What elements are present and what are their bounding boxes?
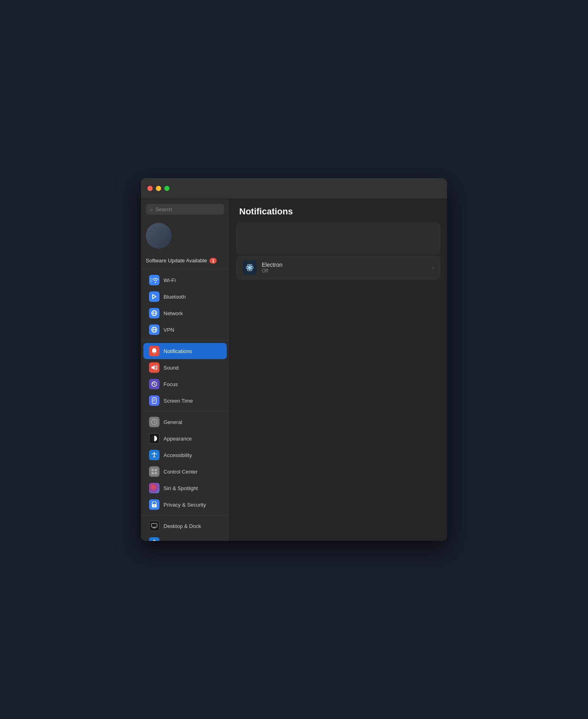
sidebar-item-notifications[interactable]: Notifications xyxy=(143,343,227,359)
electron-chevron-icon: › xyxy=(432,264,434,271)
sidebar-item-bluetooth[interactable]: Bluetooth xyxy=(143,289,227,305)
displays-label: Displays xyxy=(164,540,183,541)
sidebar-item-wifi[interactable]:  Wi-Fi xyxy=(143,272,227,288)
settings-window: ⌕ Search Software Update Available 1  xyxy=(141,178,447,541)
screentime-label: Screen Time xyxy=(164,398,193,404)
svg-rect-14 xyxy=(151,472,154,474)
focus-icon xyxy=(149,379,159,389)
search-container: ⌕ Search xyxy=(141,204,229,220)
window-body: ⌕ Search Software Update Available 1  xyxy=(141,199,447,541)
accessibility-label: Accessibility xyxy=(164,452,192,458)
software-update-text: Software Update Available xyxy=(146,258,207,264)
page-title: Notifications xyxy=(239,206,437,217)
svg-rect-13 xyxy=(155,469,157,471)
sidebar: ⌕ Search Software Update Available 1  xyxy=(141,199,230,541)
general-icon xyxy=(149,417,159,427)
svg-rect-12 xyxy=(151,469,154,471)
sidebar-item-desktop[interactable]: Desktop & Dock xyxy=(143,518,227,534)
privacy-label: Privacy & Security xyxy=(164,502,206,508)
controlcenter-label: Control Center xyxy=(164,469,198,475)
user-avatar xyxy=(146,223,172,249)
siri-label: Siri & Spotlight xyxy=(164,485,198,491)
search-placeholder: Search xyxy=(155,206,172,212)
general-label: General xyxy=(164,419,182,425)
notifications-header-section xyxy=(236,222,441,255)
svg-rect-15 xyxy=(155,472,157,474)
main-header: Notifications xyxy=(230,199,447,222)
sidebar-item-displays[interactable]: Displays xyxy=(143,534,227,541)
minimize-button[interactable] xyxy=(156,186,161,191)
desktop-label: Desktop & Dock xyxy=(164,523,201,529)
sidebar-item-network[interactable]: Network xyxy=(143,305,227,321)
electron-app-row[interactable]: Electron Off › xyxy=(236,256,441,280)
svg-point-19 xyxy=(152,540,156,541)
wifi-icon:  xyxy=(149,275,159,285)
network-icon xyxy=(149,308,159,318)
traffic-lights xyxy=(147,186,170,191)
software-update[interactable]: Software Update Available 1 xyxy=(141,256,229,267)
vpn-label: VPN xyxy=(164,327,174,333)
sidebar-item-controlcenter[interactable]: Control Center xyxy=(143,463,227,480)
network-label: Network xyxy=(164,310,183,316)
svg-point-11 xyxy=(154,452,155,453)
focus-label: Focus xyxy=(164,381,178,387)
content-area: Electron Off › xyxy=(230,222,447,541)
notifications-label: Notifications xyxy=(164,348,192,354)
sidebar-item-appearance[interactable]: Appearance xyxy=(143,430,227,447)
notifications-icon xyxy=(149,346,159,356)
electron-app-status: Off xyxy=(262,268,432,274)
controlcenter-icon xyxy=(149,466,159,477)
privacy-icon xyxy=(149,499,159,510)
divider-3 xyxy=(141,411,229,411)
appearance-icon xyxy=(149,433,159,444)
title-bar xyxy=(141,178,447,199)
electron-app-icon xyxy=(242,260,257,275)
bluetooth-label: Bluetooth xyxy=(164,294,186,300)
sidebar-item-sound[interactable]: Sound xyxy=(143,360,227,376)
sidebar-item-accessibility[interactable]: Accessibility xyxy=(143,447,227,463)
svg-point-17 xyxy=(154,505,155,507)
divider-1 xyxy=(141,269,229,270)
displays-icon xyxy=(149,537,159,541)
sidebar-item-privacy[interactable]: Privacy & Security xyxy=(143,497,227,513)
sidebar-item-vpn[interactable]: VPN xyxy=(143,322,227,338)
sound-label: Sound xyxy=(164,365,179,371)
divider-4 xyxy=(141,515,229,515)
sidebar-item-siri[interactable]: Siri & Spotlight xyxy=(143,480,227,496)
vpn-icon xyxy=(149,324,159,335)
sidebar-item-focus[interactable]: Focus xyxy=(143,376,227,392)
accessibility-icon xyxy=(149,450,159,460)
wifi-label: Wi-Fi xyxy=(164,277,176,283)
sound-icon xyxy=(149,362,159,373)
appearance-label: Appearance xyxy=(164,436,192,442)
sidebar-item-general[interactable]: General xyxy=(143,414,227,430)
siri-icon xyxy=(149,483,159,493)
user-section xyxy=(141,220,229,254)
svg-point-34 xyxy=(248,266,251,269)
bluetooth-icon xyxy=(149,291,159,302)
search-icon: ⌕ xyxy=(150,206,153,212)
svg-rect-18 xyxy=(151,524,157,527)
svg-rect-6 xyxy=(152,398,156,403)
software-update-badge: 1 xyxy=(209,258,217,264)
search-box[interactable]: ⌕ Search xyxy=(146,204,224,215)
close-button[interactable] xyxy=(147,186,153,191)
electron-app-info: Electron Off xyxy=(262,262,432,274)
desktop-icon xyxy=(149,521,159,531)
sidebar-item-screentime[interactable]: Screen Time xyxy=(143,393,227,409)
electron-app-name: Electron xyxy=(262,262,432,268)
screentime-icon xyxy=(149,395,159,406)
maximize-button[interactable] xyxy=(164,186,170,191)
main-content: Notifications Elec xyxy=(230,199,447,541)
divider-2 xyxy=(141,340,229,341)
